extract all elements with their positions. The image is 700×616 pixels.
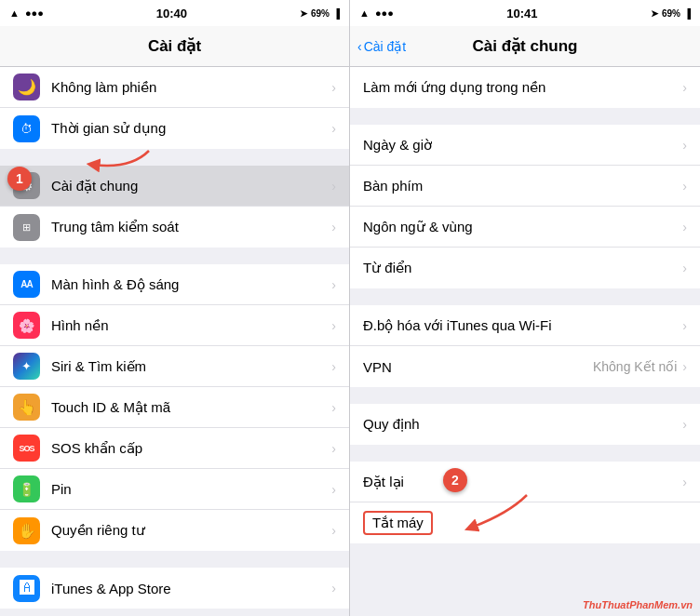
item-trung-tam[interactable]: ⊞ Trung tâm kiểm soát › xyxy=(0,207,349,248)
section-2: ⚙ Cài đặt chung › 1 ⊞ Trung tâm kiểm soá… xyxy=(0,166,349,248)
label-ban-phim: Bàn phím xyxy=(363,178,682,194)
item-quyen-rieng-tu[interactable]: ✋ Quyền riêng tư › xyxy=(0,510,349,551)
gap-3 xyxy=(0,551,349,568)
battery-icon-right: ▐ xyxy=(684,8,691,19)
item-tu-dien[interactable]: Từ điển › xyxy=(350,248,700,288)
signal-icon-right: ●●● xyxy=(375,7,394,19)
item-db-hoa[interactable]: Đ.bộ hóa với iTunes qua Wi-Fi › xyxy=(350,305,700,346)
item-thoi-gian-su-dung[interactable]: ⏱ Thời gian sử dụng › xyxy=(0,108,349,149)
item-tat-may[interactable]: Tắt máy xyxy=(350,502,700,543)
chevron-ngon-ngu: › xyxy=(682,220,687,234)
item-ngon-ngu[interactable]: Ngôn ngữ & vùng › xyxy=(350,207,700,248)
wifi-icon: ▲ xyxy=(9,7,20,19)
chevron-vpn: › xyxy=(682,359,687,374)
label-tu-dien: Từ điển xyxy=(363,260,682,276)
label-quy-dinh: Quy định xyxy=(363,416,682,433)
item-sos[interactable]: SOS SOS khẩn cấp › xyxy=(0,428,349,469)
value-vpn: Không Kết nối xyxy=(593,359,677,374)
chevron-quy-dinh: › xyxy=(682,417,687,432)
status-bar-left: ▲ ●●● 10:40 ➤ 69% ▐ xyxy=(0,0,349,26)
chevron-itunes: › xyxy=(331,581,336,596)
icon-sos: SOS xyxy=(13,435,40,462)
label-tat-may: Tắt máy xyxy=(363,511,687,535)
label-vpn: VPN xyxy=(363,359,593,375)
back-chevron-icon: ‹ xyxy=(357,39,362,54)
chevron-sos: › xyxy=(331,441,336,456)
back-button[interactable]: ‹ Cài đặt xyxy=(357,39,406,54)
item-ban-phim[interactable]: Bàn phím › xyxy=(350,166,700,207)
chevron-ngay-gio: › xyxy=(682,138,687,153)
battery-right: 69% xyxy=(662,8,680,19)
chevron-thoi-gian: › xyxy=(331,121,336,136)
chevron-lam-moi: › xyxy=(682,80,687,95)
chevron-dat-lai: › xyxy=(682,475,687,489)
icon-thoi-gian: ⏱ xyxy=(13,115,40,142)
item-vpn[interactable]: VPN Không Kết nối › xyxy=(350,346,700,387)
label-trung-tam: Trung tâm kiểm soát xyxy=(51,219,331,235)
section-1: 🌙 Không làm phiền › ⏱ Thời gian sử dụng … xyxy=(0,67,349,149)
icon-khong-lam-phien: 🌙 xyxy=(13,74,40,100)
item-itunes[interactable]: 🅰 iTunes & App Store › xyxy=(0,568,349,609)
settings-list-left: 🌙 Không làm phiền › ⏱ Thời gian sử dụng … xyxy=(0,67,349,616)
label-ngon-ngu: Ngôn ngữ & vùng xyxy=(363,219,682,235)
back-label: Cài đặt xyxy=(364,39,407,54)
section-4: 🅰 iTunes & App Store › xyxy=(0,568,349,609)
gap-r1 xyxy=(350,108,700,125)
item-cai-dat-chung[interactable]: ⚙ Cài đặt chung › 1 xyxy=(0,166,349,207)
item-siri[interactable]: ✦ Siri & Tìm kiếm › xyxy=(0,346,349,387)
label-itunes: iTunes & App Store xyxy=(51,581,331,596)
location-icon-right: ➤ xyxy=(651,8,658,19)
badge-1: 1 xyxy=(7,167,32,191)
label-lam-moi: Làm mới ứng dụng trong nền xyxy=(363,79,682,96)
right-section-4: Quy định › xyxy=(350,404,700,445)
label-quyen: Quyền riêng tư xyxy=(51,522,331,539)
right-section-2: Ngày & giờ › Bàn phím › Ngôn ngữ & vùng … xyxy=(350,125,700,288)
item-khong-lam-phien[interactable]: 🌙 Không làm phiền › xyxy=(0,67,349,108)
gap-r3 xyxy=(350,387,700,404)
right-section-1: Làm mới ứng dụng trong nền › xyxy=(350,67,700,108)
status-bar-right: ▲ ●●● 10:41 ➤ 69% ▐ xyxy=(350,0,700,26)
label-hinh-nen: Hình nền xyxy=(51,317,331,334)
chevron-db-hoa: › xyxy=(682,318,687,333)
right-section-3: Đ.bộ hóa với iTunes qua Wi-Fi › VPN Khôn… xyxy=(350,305,700,387)
item-quy-dinh[interactable]: Quy định › xyxy=(350,404,700,445)
section-3: AA Màn hình & Độ sáng › 🌸 Hình nền › ✦ S… xyxy=(0,264,349,551)
icon-trung-tam: ⊞ xyxy=(13,214,40,241)
label-sos: SOS khẩn cấp xyxy=(51,440,331,457)
signal-icon: ●●● xyxy=(25,7,44,19)
item-pin[interactable]: 🔋 Pin › xyxy=(0,469,349,510)
tat-may-box: Tắt máy xyxy=(363,511,433,535)
gap-r2 xyxy=(350,288,700,305)
item-ngay-gio[interactable]: Ngày & giờ › xyxy=(350,125,700,166)
label-touch-id: Touch ID & Mật mã xyxy=(51,399,331,416)
label-cai-dat-chung: Cài đặt chung xyxy=(51,178,331,194)
badge-2: 2 xyxy=(443,468,467,492)
chevron-khong-lam-phien: › xyxy=(331,80,336,95)
nav-title-right: Cài đặt chung xyxy=(473,36,578,56)
chevron-siri: › xyxy=(331,359,336,374)
chevron-touch-id: › xyxy=(331,400,336,415)
chevron-cai-dat-chung: › xyxy=(331,179,336,194)
label-man-hinh: Màn hình & Độ sáng xyxy=(51,276,331,293)
item-touch-id[interactable]: 👆 Touch ID & Mật mã › xyxy=(0,387,349,428)
time-left: 10:40 xyxy=(156,7,187,20)
status-icons-right: ➤ 69% ▐ xyxy=(651,8,691,19)
gap-2 xyxy=(0,248,349,264)
watermark: ThuThuatPhanMem.vn xyxy=(583,599,693,610)
battery-icon: ▐ xyxy=(333,8,340,19)
chevron-tu-dien: › xyxy=(682,261,687,275)
chevron-man-hinh: › xyxy=(331,277,336,292)
label-pin: Pin xyxy=(51,481,331,497)
chevron-ban-phim: › xyxy=(682,179,687,194)
settings-list-right: Làm mới ứng dụng trong nền › Ngày & giờ … xyxy=(350,67,700,616)
location-icon: ➤ xyxy=(300,8,307,19)
item-hinh-nen[interactable]: 🌸 Hình nền › xyxy=(0,305,349,346)
item-dat-lai[interactable]: Đặt lại › 2 xyxy=(350,462,700,502)
nav-bar-left: Cài đặt xyxy=(0,26,349,67)
status-right-left: ▲ ●●● xyxy=(359,7,394,19)
label-dat-lai: Đặt lại xyxy=(363,474,682,490)
item-lam-moi[interactable]: Làm mới ứng dụng trong nền › xyxy=(350,67,700,108)
icon-pin: 🔋 xyxy=(13,475,40,502)
item-man-hinh[interactable]: AA Màn hình & Độ sáng › xyxy=(0,264,349,305)
label-db-hoa: Đ.bộ hóa với iTunes qua Wi-Fi xyxy=(363,317,682,334)
